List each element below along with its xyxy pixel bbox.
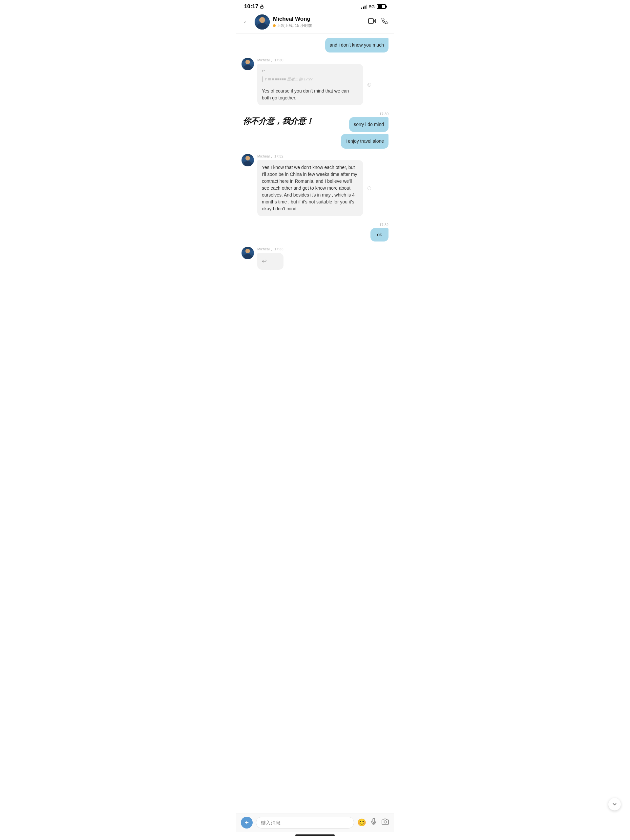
msg-time: 17:32: [274, 154, 284, 158]
home-indicator: [236, 832, 394, 840]
camera-button[interactable]: [381, 818, 389, 827]
outgoing-message-2: sorry i do mind: [349, 117, 388, 132]
incoming-message-1: Micheal， 17:30 ↩ ž ■ ■■■■■ 星期二 的 17:27 Y…: [257, 58, 363, 105]
contact-status: 上次上线: 15 小时前: [273, 23, 365, 28]
reply-indicator: ↩: [262, 68, 358, 74]
battery-icon: [377, 4, 386, 9]
message-text: i enjoy travel alone: [346, 139, 384, 144]
outgoing-message-ok: ok: [371, 228, 388, 242]
message-text: and i don't know you much: [330, 42, 384, 47]
outgoing-message-3: i enjoy travel alone: [341, 134, 388, 148]
lock-icon: [259, 4, 264, 9]
incoming-message-2: Micheal， 17:32 Yes I know that we don't …: [257, 154, 363, 216]
quoted-message: ž ■ ■■■■■ 星期二 的 17:27: [262, 76, 358, 82]
add-icon: +: [245, 818, 249, 827]
contact-avatar: [255, 14, 270, 30]
contact-name: Micheal Wong: [273, 16, 365, 22]
bubble: ok: [371, 228, 388, 242]
message-row: ok: [242, 228, 388, 242]
status-text: 上次上线: 15 小时前: [277, 23, 312, 28]
bubble: ↩ ž ■ ■■■■■ 星期二 的 17:27 Yes of course if…: [257, 64, 363, 105]
quoted-redacted: [268, 78, 271, 81]
quoted-time: 星期二 的 17:27: [287, 76, 313, 82]
svg-marker-1: [373, 19, 376, 23]
header-icons: [368, 17, 388, 27]
sender-name: Micheal: [257, 58, 270, 62]
message-row: Micheal， 17:32 Yes I know that we don't …: [242, 154, 388, 216]
bubble: ↩: [257, 253, 284, 270]
time-label: 17:32: [379, 223, 388, 227]
home-bar: [295, 834, 335, 836]
msg-time: 17:33: [274, 247, 284, 251]
divider: [262, 85, 358, 85]
message-row: i enjoy travel alone: [242, 134, 388, 148]
back-button[interactable]: ←: [242, 16, 251, 28]
svg-rect-2: [368, 19, 373, 23]
input-icons: 😊: [357, 818, 389, 827]
message-row: sorry i do mind: [242, 117, 388, 132]
video-call-button[interactable]: [368, 17, 376, 27]
quoted-sender: ž: [265, 76, 267, 82]
status-time: 10:17: [244, 3, 264, 10]
reaction-button[interactable]: ☺: [366, 80, 372, 89]
emoji-button[interactable]: 😊: [357, 818, 366, 827]
chat-header: ← Micheal Wong 上次上线: 15 小时前: [236, 12, 394, 34]
bubble: Yes I know that we don't know each other…: [257, 160, 363, 216]
signal-icon: [361, 4, 367, 9]
msg-time: 17:30: [274, 58, 284, 62]
chat-area[interactable]: and i don't know you much Micheal， 17:30…: [236, 34, 394, 813]
reaction-button[interactable]: ☺: [366, 184, 372, 193]
bubble: i enjoy travel alone: [341, 134, 388, 148]
status-right: 5G: [361, 4, 386, 9]
msg-meta: Micheal， 17:33: [257, 247, 284, 252]
message-text: ok: [377, 232, 382, 237]
sender-avatar: [242, 247, 254, 259]
status-bar: 10:17 5G: [236, 0, 394, 12]
sender-avatar: [242, 58, 254, 70]
svg-point-5: [384, 821, 386, 823]
outgoing-time: 17:32: [242, 221, 388, 227]
message-row: and i don't know you much: [242, 38, 388, 52]
outgoing-message-1: and i don't know you much: [325, 38, 388, 52]
incoming-message-3: Micheal， 17:33 ↩: [257, 247, 284, 270]
phone-call-button[interactable]: [381, 17, 388, 27]
msg-meta: Micheal， 17:30: [257, 58, 363, 63]
bubble: sorry i do mind: [349, 117, 388, 132]
message-row: Micheal， 17:33 ↩: [242, 247, 388, 270]
online-dot: [273, 24, 276, 27]
contact-info: Micheal Wong 上次上线: 15 小时前: [273, 16, 365, 28]
time-label: 17:30: [379, 112, 388, 116]
msg-meta: Micheal， 17:32: [257, 154, 363, 159]
message-text: Yes of course if you don't mind that we …: [262, 88, 349, 100]
reply-icon: ↩: [262, 258, 267, 264]
input-bar: + 😊: [236, 813, 394, 832]
outgoing-time: 17:30: [242, 111, 388, 117]
message-input[interactable]: [256, 817, 354, 829]
message-row: Micheal， 17:30 ↩ ž ■ ■■■■■ 星期二 的 17:27 Y…: [242, 58, 388, 105]
bubble: and i don't know you much: [325, 38, 388, 52]
network-label: 5G: [369, 4, 375, 9]
reply-arrow-icon: ↩: [262, 68, 265, 74]
time-display: 10:17: [244, 3, 258, 10]
sender-name: Micheal: [257, 154, 270, 158]
message-text: sorry i do mind: [354, 122, 384, 127]
svg-rect-0: [261, 6, 263, 8]
messages-section: 你不介意，我介意！ 17:30 sorry i do mind i enjoy …: [242, 111, 388, 148]
add-button[interactable]: +: [241, 817, 253, 829]
mic-button[interactable]: [370, 818, 377, 827]
message-text: Yes I know that we don't know each other…: [262, 165, 357, 211]
sender-name: Micheal: [257, 247, 270, 251]
sender-avatar: [242, 154, 254, 166]
